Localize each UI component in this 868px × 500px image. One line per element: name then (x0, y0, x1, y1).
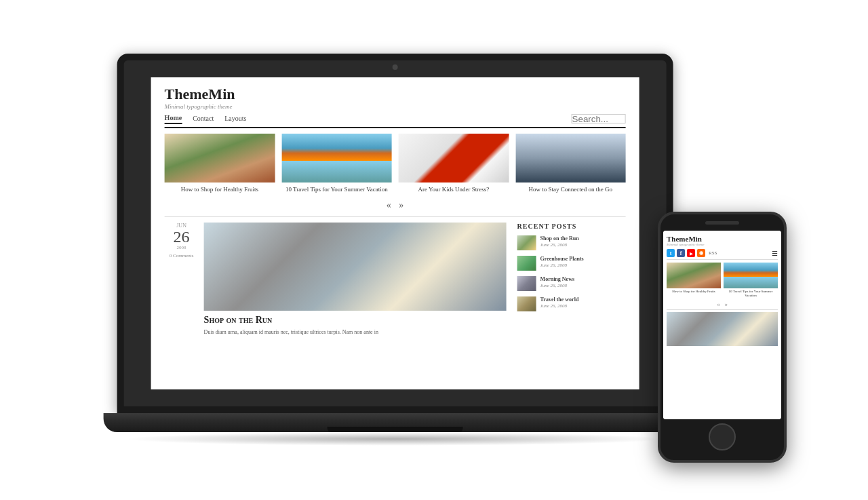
phone-home-button[interactable] (709, 423, 736, 450)
article-title[interactable]: Shop on the Run (204, 315, 507, 326)
recent-post-0[interactable]: Shop on the Run June 26, 2008 (517, 235, 626, 250)
phone-header: ThemeMin Minimal typographic theme (667, 235, 778, 246)
laptop-device: ThemeMin Minimal typographic theme Home … (117, 54, 673, 447)
recent-post-title-2: Morning News (540, 276, 574, 283)
phone-social-bar: t f ▶ ◉ RSS ☰ (667, 249, 778, 260)
search-input[interactable] (572, 114, 626, 123)
recent-post-title-0: Shop on the Run (540, 235, 579, 242)
nav-item-contact[interactable]: Contact (193, 115, 214, 123)
phone-featured-img-1 (724, 263, 778, 288)
recent-post-1[interactable]: Greenhouse Plants June 26, 2008 (517, 256, 626, 271)
recent-post-img-0 (517, 235, 536, 250)
recent-post-date-1: June 26, 2008 (540, 263, 584, 268)
featured-img-3 (515, 134, 626, 182)
phone-featured-1[interactable]: 10 Travel Tips for Your Summer Vacation (724, 263, 778, 298)
laptop-body: ThemeMin Minimal typographic theme Home … (117, 54, 673, 413)
laptop-website: ThemeMin Minimal typographic theme Home … (151, 77, 639, 389)
article-date-day: 26 (165, 229, 199, 245)
featured-title-1: 10 Travel Tips for Your Summer Vacation (281, 186, 391, 194)
next-page-button[interactable]: » (399, 200, 403, 210)
facebook-icon[interactable]: f (677, 249, 685, 257)
recent-post-title-3: Travel the world (540, 296, 579, 303)
article-comments[interactable]: 0 Comments (165, 253, 199, 258)
laptop-camera (393, 64, 398, 70)
featured-item-3[interactable]: How to Stay Connected on the Go (515, 134, 626, 194)
phone-site-tagline: Minimal typographic theme (667, 243, 778, 246)
recent-post-img-3 (517, 296, 536, 311)
rss-icon[interactable]: ◉ (697, 249, 705, 257)
article-excerpt: Duis diam urna, aliquam id mauris nec, t… (204, 328, 507, 336)
recent-post-date-3: June 26, 2008 (540, 303, 579, 309)
featured-grid: How to Shop for Healthy Fruits 10 Travel… (165, 134, 626, 194)
phone-featured-img-0 (667, 263, 721, 288)
sidebar-title: Recent Posts (517, 223, 626, 230)
phone-featured-grid: How to Shop for Healthy Fruits 10 Travel… (667, 263, 778, 298)
sidebar: Recent Posts Shop on the Run June 26, 20… (517, 223, 626, 336)
phone-article-image (667, 312, 778, 346)
laptop-shadow (124, 432, 667, 446)
featured-item-0[interactable]: How to Shop for Healthy Fruits (165, 134, 275, 194)
recent-post-2[interactable]: Morning News June 26, 2008 (517, 276, 626, 291)
article-area: Jun 26 2008 0 Comments Shop on the Run D… (165, 223, 626, 336)
recent-post-3[interactable]: Travel the world June 26, 2008 (517, 296, 626, 311)
phone-device: ThemeMin Minimal typographic theme t f ▶… (658, 212, 787, 463)
twitter-icon[interactable]: t (667, 249, 675, 257)
recent-post-info-1: Greenhouse Plants June 26, 2008 (540, 256, 584, 268)
phone-speaker (705, 221, 739, 225)
recent-post-info-2: Morning News June 26, 2008 (540, 276, 574, 288)
article-date-block: Jun 26 2008 0 Comments (165, 223, 199, 258)
laptop-screen: ThemeMin Minimal typographic theme Home … (151, 77, 639, 389)
phone-prev-button[interactable]: « (717, 301, 720, 307)
featured-title-3: How to Stay Connected on the Go (515, 186, 626, 194)
featured-title-0: How to Shop for Healthy Fruits (165, 186, 275, 194)
featured-img-1 (281, 134, 391, 182)
article-main: Jun 26 2008 0 Comments Shop on the Run D… (165, 223, 507, 336)
featured-item-2[interactable]: Are Your Kids Under Stress? (399, 134, 509, 194)
recent-post-info-3: Travel the world June 26, 2008 (540, 296, 579, 309)
recent-post-img-2 (517, 276, 536, 291)
nav-item-layouts[interactable]: Layouts (224, 115, 246, 123)
youtube-icon[interactable]: ▶ (687, 249, 695, 257)
phone-featured-0[interactable]: How to Shop for Healthy Fruits (667, 263, 721, 298)
scene: ThemeMin Minimal typographic theme Home … (0, 0, 868, 500)
phone-featured-title-0: How to Shop for Healthy Fruits (667, 290, 721, 294)
phone-pagination: « » (667, 301, 778, 310)
pagination: « » (165, 200, 626, 217)
phone-screen: ThemeMin Minimal typographic theme t f ▶… (663, 231, 781, 419)
nav-item-home[interactable]: Home (165, 114, 182, 124)
recent-post-img-1 (517, 256, 536, 271)
featured-item-1[interactable]: 10 Travel Tips for Your Summer Vacation (281, 134, 391, 194)
recent-post-date-0: June 26, 2008 (540, 242, 579, 248)
prev-page-button[interactable]: « (387, 200, 391, 210)
phone-rss-label: RSS (709, 250, 717, 256)
phone-next-button[interactable]: » (724, 301, 728, 307)
site-title: ThemeMin (165, 85, 626, 103)
phone-site-title: ThemeMin (667, 235, 778, 243)
featured-img-2 (399, 134, 509, 182)
article-image (204, 223, 507, 311)
recent-post-date-2: June 26, 2008 (540, 283, 574, 288)
recent-post-title-1: Greenhouse Plants (540, 256, 584, 263)
featured-img-0 (165, 134, 275, 182)
site-nav: Home Contact Layouts (165, 114, 626, 128)
site-header: ThemeMin Minimal typographic theme (165, 85, 626, 110)
laptop-base (104, 413, 687, 432)
article-date-year: 2008 (165, 245, 199, 250)
phone-menu-icon[interactable]: ☰ (772, 250, 778, 257)
phone-featured-title-1: 10 Travel Tips for Your Summer Vacation (724, 290, 778, 298)
featured-title-2: Are Your Kids Under Stress? (399, 186, 509, 194)
recent-post-info-0: Shop on the Run June 26, 2008 (540, 235, 579, 248)
article-img-container: Shop on the Run Duis diam urna, aliquam … (204, 223, 507, 336)
site-tagline: Minimal typographic theme (165, 103, 626, 110)
phone-website: ThemeMin Minimal typographic theme t f ▶… (663, 231, 781, 419)
